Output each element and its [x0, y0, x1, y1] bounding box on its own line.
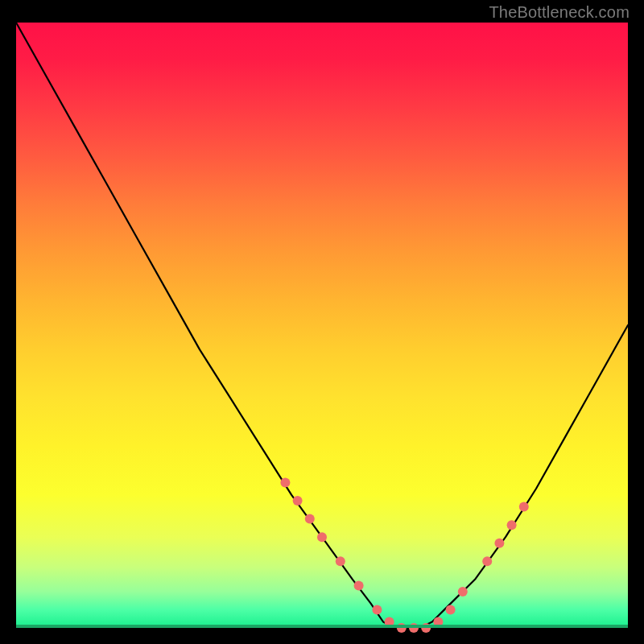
- highlight-marker: [507, 520, 517, 530]
- highlight-marker: [372, 605, 382, 614]
- highlight-marker: [280, 478, 290, 488]
- highlight-marker: [354, 580, 364, 590]
- highlight-marker: [293, 496, 303, 506]
- highlight-marker: [305, 514, 315, 524]
- highlight-marker: [317, 532, 327, 542]
- highlight-marker: [409, 623, 419, 633]
- highlight-marker: [397, 623, 407, 633]
- highlight-marker: [336, 556, 345, 566]
- highlight-marker: [482, 556, 492, 566]
- bottleneck-curve-svg: [16, 23, 628, 628]
- highlight-marker: [519, 502, 529, 512]
- highlight-marker: [446, 605, 456, 614]
- highlight-marker: [494, 539, 504, 548]
- highlight-marker: [433, 617, 443, 627]
- plot-area: [16, 23, 628, 628]
- watermark-text: TheBottleneck.com: [489, 3, 630, 22]
- highlight-marker: [421, 623, 431, 633]
- chart-stage: TheBottleneck.com: [0, 0, 644, 644]
- highlight-marker: [458, 587, 468, 597]
- highlight-marker: [385, 617, 394, 627]
